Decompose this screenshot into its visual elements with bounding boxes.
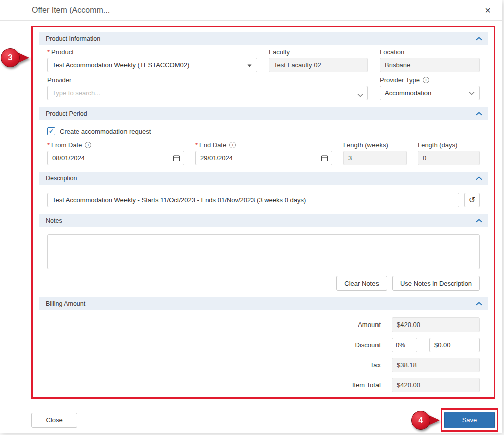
dialog-body: Product Information *Product Test Accomm… (0, 21, 502, 432)
product-label: *Product (47, 48, 257, 56)
save-button[interactable]: Save (444, 412, 495, 428)
product-select-value: Test Accommodation Weekly (TESTACCOM02) (52, 61, 189, 69)
section-title: Billing Amount (46, 300, 85, 307)
notes-textarea[interactable] (47, 234, 480, 269)
discount-percent-input[interactable] (392, 338, 417, 352)
discount-label: Discount (355, 341, 381, 349)
callout-4-annotation: 4 (411, 411, 440, 430)
chevron-down-icon (469, 89, 475, 97)
checkbox-label: Create accommodation request (60, 128, 151, 135)
dialog-title: Offer Item (Accomm... (32, 6, 110, 15)
callout-3-number: 3 (1, 48, 20, 67)
item-total-field: $420.00 (392, 378, 480, 392)
clear-notes-button[interactable]: Clear Notes (336, 276, 387, 291)
section-title: Notes (46, 217, 62, 224)
tax-field: $38.18 (392, 358, 480, 372)
section-title: Product Period (46, 110, 87, 117)
dropdown-caret-icon (247, 61, 252, 69)
provider-combobox (47, 86, 368, 100)
dialog-footer: Close 4 Save (31, 408, 495, 432)
end-date-label: *End Date i (195, 141, 332, 149)
length-weeks-field: 3 (343, 151, 407, 165)
description-input[interactable]: Test Accommodation Weekly - Starts 11/Oc… (47, 193, 459, 207)
end-date-input[interactable] (195, 151, 332, 165)
required-asterisk: * (47, 48, 50, 56)
info-icon: i (85, 142, 91, 148)
chevron-up-icon[interactable] (476, 37, 482, 41)
create-accommodation-request-checkbox[interactable]: ✓ Create accommodation request (47, 127, 480, 135)
section-header-product-information[interactable]: Product Information (39, 32, 488, 45)
section-header-notes[interactable]: Notes (39, 214, 488, 227)
close-icon[interactable]: × (485, 5, 491, 15)
from-date-picker (47, 151, 184, 165)
provider-search-input[interactable] (47, 86, 368, 100)
section-title: Product Information (46, 35, 100, 42)
chevron-up-icon[interactable] (476, 302, 482, 306)
faculty-label: Faculty (269, 48, 368, 56)
required-asterisk: * (195, 141, 198, 149)
provider-label: Provider (47, 76, 368, 84)
required-asterisk: * (47, 141, 50, 149)
calendar-icon[interactable] (321, 154, 328, 164)
discount-amount-input[interactable] (429, 338, 480, 352)
section-product-information: Product Information *Product Test Accomm… (39, 32, 488, 107)
close-button[interactable]: Close (31, 413, 77, 428)
provider-type-select[interactable]: Accommodation (380, 86, 480, 100)
amount-field: $420.00 (392, 317, 480, 332)
from-date-label: *From Date i (47, 141, 184, 149)
section-header-product-period[interactable]: Product Period (39, 107, 488, 120)
product-select[interactable]: Test Accommodation Weekly (TESTACCOM02) (47, 58, 257, 72)
section-notes: Notes Clear Notes Use Notes in Descripti… (39, 214, 488, 297)
item-total-label: Item Total (352, 381, 381, 389)
section-description: Description Test Accommodation Weekly - … (39, 172, 488, 214)
use-notes-in-description-button[interactable]: Use Notes in Description (392, 276, 480, 291)
provider-type-label: Provider Type i (380, 76, 480, 84)
amount-label: Amount (358, 321, 381, 329)
section-title: Description (46, 175, 77, 182)
annotation-highlight-box: Product Information *Product Test Accomm… (31, 26, 495, 399)
end-date-picker (195, 151, 332, 165)
annotation-save-box: Save (441, 408, 498, 432)
offer-item-dialog: Offer Item (Accomm... × Product Informat… (0, 0, 502, 433)
chevron-up-icon[interactable] (476, 112, 482, 116)
callout-arrow-icon (18, 53, 29, 63)
calendar-icon[interactable] (173, 154, 180, 164)
info-icon: i (423, 77, 429, 83)
length-days-label: Length (days) (418, 141, 480, 149)
length-days-field: 0 (418, 151, 480, 165)
info-icon: i (229, 142, 236, 148)
checkbox-checked-icon[interactable]: ✓ (47, 127, 55, 135)
section-billing-amount: Billing Amount Amount $420.00 Discount (39, 297, 488, 399)
tax-label: Tax (370, 361, 381, 369)
callout-arrow-icon (429, 415, 440, 425)
location-field: Brisbane (380, 58, 480, 72)
length-weeks-label: Length (weeks) (343, 141, 407, 149)
history-icon: ↺ (469, 195, 475, 205)
section-header-billing-amount[interactable]: Billing Amount (39, 297, 488, 310)
from-date-input[interactable] (47, 151, 184, 165)
callout-3-annotation: 3 (1, 48, 29, 67)
callout-4-number: 4 (411, 411, 430, 430)
chevron-up-icon[interactable] (476, 176, 482, 180)
chevron-up-icon[interactable] (476, 219, 482, 223)
location-label: Location (380, 48, 480, 56)
provider-type-value: Accommodation (385, 89, 431, 97)
regenerate-description-button[interactable]: ↺ (464, 193, 480, 207)
section-header-description[interactable]: Description (39, 172, 488, 185)
faculty-field: Test Facaulty 02 (269, 58, 368, 72)
dialog-header: Offer Item (Accomm... × (0, 0, 502, 21)
section-product-period: Product Period ✓ Create accommodation re… (39, 107, 488, 172)
